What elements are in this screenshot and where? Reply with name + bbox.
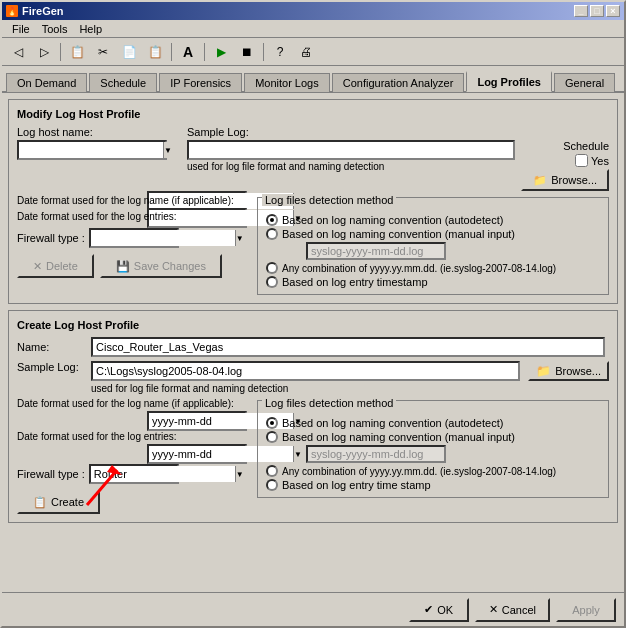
sample-log-input-modify[interactable] [187,140,515,160]
firewall-type-label-create: Firewall type : [17,468,85,480]
bottom-bar: ✔ OK ✕ Cancel Apply [2,592,624,626]
radio4-create[interactable] [266,479,278,491]
tabs-container: On Demand Schedule IP Forensics Monitor … [2,66,624,93]
tab-config-analyzer[interactable]: Configuration Analyzer [332,73,465,92]
radio4-modify[interactable] [266,276,278,288]
apply-button[interactable]: Apply [556,598,616,622]
menu-tools[interactable]: Tools [36,22,74,36]
ok-label: OK [437,604,453,616]
browse-button-modify[interactable]: 📁 Browse... [521,169,609,191]
firewall-type-label-modify: Firewall type : [17,232,85,244]
ok-button[interactable]: ✔ OK [409,598,469,622]
detection-method-modify: Log files detection method Based on log … [257,197,609,295]
radio2-create[interactable] [266,431,278,443]
radio3-create[interactable] [266,465,278,477]
firewall-type-btn-modify[interactable]: ▼ [235,230,244,246]
radio1-create[interactable] [266,417,278,429]
toolbar-help[interactable]: ? [268,41,292,63]
radio2-label-create: Based on log naming convention (manual i… [282,431,515,443]
browse-folder-icon: 📁 [533,174,547,187]
schedule-yes-checkbox[interactable] [575,154,588,167]
tab-general[interactable]: General [554,73,615,92]
toolbar-cut[interactable]: ✂ [91,41,115,63]
log-host-dropdown-btn[interactable]: ▼ [163,142,172,158]
sample-log-label-create: Sample Log: [17,361,87,373]
log-host-combo[interactable]: ▼ [17,140,167,160]
radio2-label-modify: Based on log naming convention (manual i… [282,228,515,240]
schedule-yes-label: Yes [591,155,609,167]
minimize-button[interactable]: _ [574,5,588,17]
radio2-modify[interactable] [266,228,278,240]
name-row: Name: [17,337,609,357]
create-doc-icon: 📋 [33,496,47,509]
save-changes-button[interactable]: 💾 Save Changes [100,254,222,278]
date-format-entries-combo-create[interactable]: ▼ [147,444,247,464]
tab-ip-forensics[interactable]: IP Forensics [159,73,242,92]
radio1-row-modify: Based on log naming convention (autodete… [266,214,600,226]
sample-log-row-create: Sample Log: 📁 Browse... [17,361,609,381]
toolbar-paste[interactable]: 📋 [143,41,167,63]
toolbar-sep-4 [263,43,264,61]
maximize-button[interactable]: □ [590,5,604,17]
browse-folder-icon-create: 📁 [536,364,551,378]
sample-log-desc-create: used for log file format and naming dete… [91,383,609,394]
title-bar: 🔥 FireGen _ □ × [2,2,624,20]
title-bar-buttons: _ □ × [574,5,620,17]
radio3-row-create: Any combination of yyyy.yy.mm.dd. (ie.sy… [266,465,600,477]
toolbar-sep-3 [204,43,205,61]
toolbar: ◁ ▷ 📋 ✂ 📄 📋 A ▶ ⏹ ? 🖨 [2,38,624,66]
detection-method-create: Log files detection method Based on log … [257,400,609,498]
ok-icon: ✔ [424,603,433,616]
arrow-annotation [77,460,137,510]
date-format-name-combo-create[interactable]: ▼ [147,411,247,431]
name-label: Name: [17,341,87,353]
toolbar-print[interactable]: 🖨 [294,41,318,63]
radio1-row-create: Based on log naming convention (autodete… [266,417,600,429]
main-window: 🔥 FireGen _ □ × File Tools Help ◁ ▷ 📋 ✂ … [0,0,626,628]
manual-input-modify [306,242,446,260]
cancel-label: Cancel [502,604,536,616]
toolbar-play[interactable]: ▶ [209,41,233,63]
toolbar-new[interactable]: 📋 [65,41,89,63]
cancel-button[interactable]: ✕ Cancel [475,598,550,622]
firewall-type-input-modify[interactable] [91,230,235,246]
date-entries-label-create: Date format used for the log entries: [17,431,247,442]
create-section: Create Log Host Profile Name: Sample Log… [8,310,618,523]
radio2-row-create: Based on log naming convention (manual i… [266,431,600,443]
svg-marker-1 [107,465,122,475]
window-title: FireGen [22,5,64,17]
tab-schedule[interactable]: Schedule [89,73,157,92]
detection-title-modify: Log files detection method [262,194,396,206]
date-name-label-modify: Date format used for the log name (if ap… [17,195,234,206]
toolbar-back[interactable]: ◁ [6,41,30,63]
tab-on-demand[interactable]: On Demand [6,73,87,92]
menu-file[interactable]: File [6,22,36,36]
tab-monitor-logs[interactable]: Monitor Logs [244,73,330,92]
firewall-type-btn-create[interactable]: ▼ [235,466,244,482]
radio3-modify[interactable] [266,262,278,274]
toolbar-sep-2 [171,43,172,61]
tab-log-profiles[interactable]: Log Profiles [466,71,552,92]
app-icon: 🔥 [6,5,18,17]
radio3-row-modify: Any combination of yyyy.yy.mm.dd. (ie.sy… [266,262,600,274]
sample-log-input-create[interactable] [91,361,520,381]
toolbar-copy[interactable]: 📄 [117,41,141,63]
name-input[interactable] [91,337,605,357]
close-button[interactable]: × [606,5,620,17]
browse-button-create[interactable]: 📁 Browse... [528,361,609,381]
toolbar-forward[interactable]: ▷ [32,41,56,63]
radio3-label-modify: Any combination of yyyy.yy.mm.dd. (ie.sy… [282,263,556,274]
radio3-label-create: Any combination of yyyy.yy.mm.dd. (ie.sy… [282,466,556,477]
radio4-label-create: Based on log entry time stamp [282,479,431,491]
menu-help[interactable]: Help [73,22,108,36]
radio1-label-modify: Based on log naming convention (autodete… [282,214,503,226]
toolbar-stop[interactable]: ⏹ [235,41,259,63]
radio1-modify[interactable] [266,214,278,226]
firewall-type-combo-modify[interactable]: ▼ [89,228,179,248]
schedule-yes-container: Yes [575,154,609,167]
log-host-input[interactable] [19,142,163,158]
toolbar-text-a[interactable]: A [176,41,200,63]
manual-input-create [306,445,446,463]
save-changes-label: Save Changes [134,260,206,272]
delete-button[interactable]: ✕ Delete [17,254,94,278]
